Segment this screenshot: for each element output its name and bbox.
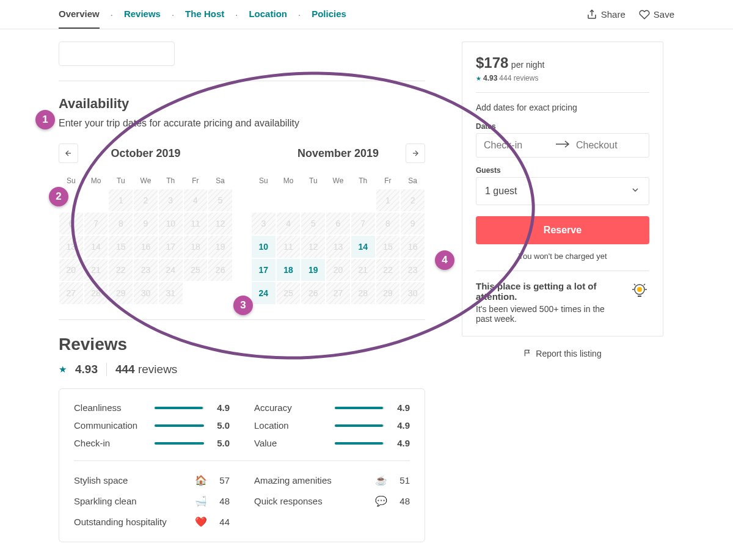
add-dates-note: Add dates for exact pricing <box>476 103 649 112</box>
reserve-button[interactable]: Reserve <box>476 216 649 244</box>
calendar-day: 5 <box>301 212 326 235</box>
calendar-day: 2 <box>400 189 425 212</box>
calendar-next-button[interactable] <box>406 144 425 163</box>
tab-the-host[interactable]: The Host <box>185 0 224 29</box>
calendar-dow: Tu <box>301 173 326 189</box>
attention-heading: This place is getting a lot of attention… <box>476 281 622 302</box>
calendar-day: 27 <box>59 282 84 305</box>
divider <box>74 460 410 461</box>
rating-number: 4.9 <box>392 402 410 413</box>
tab-reviews[interactable]: Reviews <box>124 0 161 29</box>
calendar-dow: We <box>326 173 351 189</box>
calendar-day-empty <box>251 189 276 212</box>
sidebar: $178 per night ★ 4.93 444 reviews Add da… <box>462 42 663 542</box>
save-button[interactable]: Save <box>639 9 674 20</box>
badge-label: Sparkling clean <box>74 496 188 506</box>
calendar-day: 4 <box>276 212 301 235</box>
lightbulb-icon <box>630 281 649 303</box>
calendar-day[interactable]: 24 <box>251 282 276 305</box>
calendar-day: 25 <box>183 258 208 282</box>
review-badge: Stylish space 🏠 57 <box>74 473 230 487</box>
calendar: October 2019SuMoTuWeThFrSa12345678910111… <box>59 144 425 305</box>
badge-icon: 💬 <box>374 494 388 507</box>
calendar-dow: Th <box>351 173 376 189</box>
calendar-day: 26 <box>208 258 233 282</box>
rating-number: 5.0 <box>211 438 230 448</box>
calendar-day: 2 <box>133 189 158 212</box>
rating-label: Location <box>254 420 327 431</box>
badge-icon: 🏠 <box>194 473 208 487</box>
calendar-prev-button[interactable] <box>59 144 78 163</box>
calendar-day[interactable]: 17 <box>251 258 276 282</box>
tab-policies[interactable]: Policies <box>312 0 346 29</box>
review-count: 444 <box>115 363 135 376</box>
rating-number: 5.0 <box>211 420 230 431</box>
calendar-day: 30 <box>133 282 158 305</box>
calendar-day: 26 <box>301 282 326 305</box>
review-count-label: reviews <box>138 363 177 376</box>
calendar-day: 20 <box>59 258 84 282</box>
rating-bar <box>335 424 384 427</box>
badge-icon: ❤️ <box>194 515 208 528</box>
divider <box>59 81 425 81</box>
calendar-day: 3 <box>251 212 276 235</box>
report-listing-link[interactable]: Report this listing <box>462 349 663 359</box>
price: $178 <box>476 54 508 71</box>
calendar-day: 22 <box>108 258 133 282</box>
flag-icon <box>523 349 532 359</box>
tab-location[interactable]: Location <box>249 0 287 29</box>
no-charge-note: You won't be charged yet <box>476 252 649 261</box>
badge-icon: ☕ <box>374 473 388 487</box>
card-rating-value: 4.93 <box>483 74 497 82</box>
calendar-day: 8 <box>376 212 401 235</box>
badge-count: 48 <box>214 496 230 506</box>
calendar-day: 17 <box>158 235 183 258</box>
tab-separator: · <box>172 9 174 20</box>
calendar-day: 28 <box>84 282 109 305</box>
calendar-day: 8 <box>108 212 133 235</box>
calendar-day: 4 <box>183 189 208 212</box>
calendar-day: 13 <box>59 235 84 258</box>
section-tabs: Overview·Reviews·The Host·Location·Polic… <box>59 0 357 29</box>
calendar-day: 10 <box>158 212 183 235</box>
arrow-right-icon <box>555 140 570 151</box>
rating-number: 4.9 <box>211 402 230 413</box>
calendar-day: 23 <box>133 258 158 282</box>
guests-value: 1 guest <box>485 186 517 197</box>
calendar-day[interactable]: 19 <box>301 258 326 282</box>
calendar-day: 15 <box>376 235 401 258</box>
calendar-day: 3 <box>158 189 183 212</box>
annotation-marker-4: 4 <box>435 250 454 270</box>
share-button[interactable]: Share <box>586 9 625 20</box>
guests-select[interactable]: 1 guest <box>476 177 649 205</box>
calendar-month-title: October 2019 <box>59 144 233 163</box>
attention-body: It's been viewed 500+ times in the past … <box>476 304 622 324</box>
arrow-right-icon <box>411 149 420 158</box>
tab-separator: · <box>298 9 301 20</box>
badge-count: 48 <box>394 496 410 506</box>
calendar-dow: Su <box>251 173 276 189</box>
rating-label: Check-in <box>74 438 147 448</box>
calendar-day: 12 <box>301 235 326 258</box>
calendar-day: 12 <box>208 212 233 235</box>
calendar-day[interactable]: 14 <box>351 235 376 258</box>
rating-label: Value <box>254 438 327 448</box>
tab-overview[interactable]: Overview <box>59 0 100 29</box>
calendar-day: 9 <box>400 212 425 235</box>
calendar-day: 7 <box>84 212 109 235</box>
dates-input[interactable]: Check-in Checkout <box>476 133 649 158</box>
rating-bar <box>155 407 204 409</box>
price-unit: per night <box>511 60 544 70</box>
calendar-day: 5 <box>208 189 233 212</box>
calendar-dow: Mo <box>276 173 301 189</box>
calendar-day: 1 <box>108 189 133 212</box>
calendar-day[interactable]: 18 <box>276 258 301 282</box>
rating-value: 4.93 <box>75 363 98 376</box>
calendar-day[interactable]: 10 <box>251 235 276 258</box>
save-label: Save <box>654 9 674 20</box>
review-badge: Outstanding hospitality ❤️ 44 <box>74 515 230 528</box>
calendar-dow: Fr <box>183 173 208 189</box>
calendar-day: 31 <box>158 282 183 305</box>
rating-row: Value 4.9 <box>254 438 410 448</box>
calendar-day: 15 <box>108 235 133 258</box>
